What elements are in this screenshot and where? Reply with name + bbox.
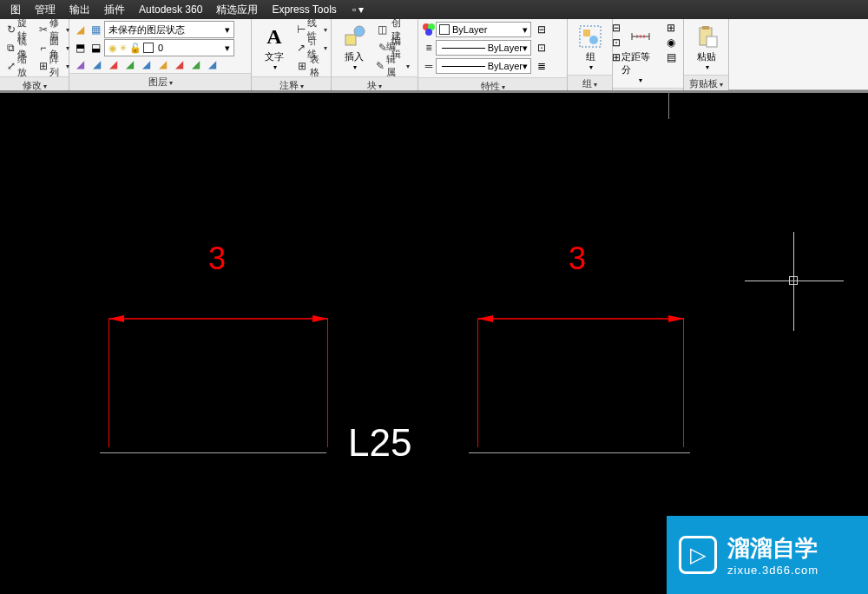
sun-icon: ☀ [119,43,128,54]
paste-button[interactable]: 粘贴 ▾ [687,21,726,73]
panel-clipboard: 粘贴 ▾ 剪贴板▾ [684,19,729,89]
layer-tool-3[interactable]: ◢ [106,57,120,71]
list-icon[interactable]: ≣ [535,57,549,75]
svg-marker-19 [312,315,328,322]
layer-icon2[interactable]: ⬓ [89,41,102,55]
scale-button[interactable]: ⤢ 缩放 [3,57,34,75]
panel-modify: ↻ 旋转 ⧉ 镜像 ⤢ 缩放 ✂ 修剪 ▾ ⌐ [0,19,69,89]
svg-point-4 [425,29,432,36]
panel-title-group[interactable]: 组▾ [568,75,612,92]
util-icon2[interactable]: ◉ [664,36,678,50]
menu-item-express[interactable]: Express Tools [265,2,343,17]
svg-marker-18 [108,315,124,322]
watermark-title: 溜溜自学 [727,533,819,564]
menu-bar: 图 管理 输出 插件 Autodesk 360 精选应用 Express Too… [0,0,868,19]
color-dropdown[interactable]: ByLayer ▾ [436,22,531,37]
layer-icon1[interactable]: ⬒ [73,41,87,55]
layer-prop-icon[interactable]: ◢ [73,23,87,36]
panel-layers: ◢ ▦ 未保存的图层状态 ▾ ⬒ ⬓ ◉ ☀ 🔓 0 [69,19,252,89]
layer-tool-8[interactable]: ◢ [188,57,202,71]
panel-annotation: A 文字 ▾ ⊢ 线性 ▾ ↗ 引线 ▾ ⊞ 表格 [252,19,332,89]
layer-tool-9[interactable]: ◢ [205,57,219,71]
dimension-line-right [477,314,684,323]
group-button[interactable]: 组 ▾ [571,21,609,73]
extension-line-right2 [683,319,684,447]
lineweight-icon[interactable]: ≡ [422,41,436,55]
measure-button[interactable]: 定距等分 ▾ [616,21,664,86]
chevron-down-icon: ▾ [523,43,528,54]
layer-tool-1[interactable]: ◢ [73,57,87,71]
chevron-down-icon: ▾ [523,24,528,36]
insert-button[interactable]: 插入 ▾ [335,21,373,73]
extension-line-left2 [327,319,328,447]
svg-rect-6 [583,30,590,36]
panel-properties: ByLayer ▾ ≡ ByLayer ▾ ═ By [418,19,568,89]
layer-tool-7[interactable]: ◢ [172,57,186,71]
layer-tool-6[interactable]: ◢ [155,57,169,71]
prop-icon2[interactable]: ⊡ [535,39,549,56]
lineweight-dropdown[interactable]: ByLayer ▾ [436,40,531,56]
linetype-dropdown[interactable]: ByLayer ▾ [436,58,531,74]
svg-marker-21 [477,315,493,322]
panel-title-layers[interactable]: 图层▾ [69,73,251,90]
chevron-down-icon: ▾ [639,76,642,84]
array-button[interactable]: ⊞ 阵列 ▾ [36,57,72,75]
linetype-icon[interactable]: ═ [422,59,436,73]
table-icon: ⊞ [296,59,308,73]
extension-line-left1 [108,319,109,447]
scale-icon: ⤢ [6,59,16,73]
layer-state-dropdown[interactable]: 未保存的图层状态 ▾ [104,21,234,38]
layer-state-icon[interactable]: ▦ [89,23,102,36]
baseline-right [469,452,690,453]
watermark-logo-icon: ▷ [679,536,717,574]
attr-icon: ✎ [376,59,385,73]
ui-divider [668,93,669,119]
panel-block: 插入 ▾ ◫ 创建 ✎ 编辑 ✎ 编辑属性 ▾ 块▾ [332,19,418,89]
table-button[interactable]: ⊞ 表格 [293,57,330,75]
extension-line-right1 [477,319,478,447]
leader-icon: ↗ [296,41,306,55]
text-button[interactable]: A 文字 ▾ [255,21,293,73]
menu-item-autodesk360[interactable]: Autodesk 360 [132,2,209,17]
chevron-down-icon: ▾ [225,43,230,54]
color-icon[interactable] [422,23,436,36]
dimension-text-right: 3 [569,241,586,277]
chevron-down-icon: ▾ [706,63,709,71]
edit-attr-button[interactable]: ✎ 编辑属性 ▾ [373,57,412,75]
paste-icon [693,23,720,50]
util-icon3[interactable]: ▤ [664,50,678,64]
menu-item-featured[interactable]: 精选应用 [209,1,265,19]
chevron-down-icon: ▾ [324,44,327,52]
ribbon: ↻ 旋转 ⧉ 镜像 ⤢ 缩放 ✂ 修剪 ▾ ⌐ [0,19,868,90]
chevron-down-icon: ▾ [353,63,357,71]
menu-close-icon[interactable]: ▫ ▾ [347,2,370,17]
insert-icon [340,23,368,50]
svg-rect-16 [707,36,717,47]
measure-icon [627,23,654,50]
menu-item-output[interactable]: 输出 [62,1,97,19]
watermark: ▷ 溜溜自学 zixue.3d66.com [667,516,868,594]
chevron-down-icon: ▾ [225,24,230,36]
svg-point-7 [589,36,598,44]
drawing-canvas[interactable]: 3 3 L25 ▷ 溜溜自学 zixue.3d66.com [0,90,868,594]
color-swatch [439,24,450,35]
panel-title-clipboard[interactable]: 剪贴板▾ [684,75,728,92]
trim-icon: ✂ [38,23,48,36]
util-icon1[interactable]: ⊞ [664,21,678,35]
rotate-icon: ↻ [6,23,16,36]
menu-item-plugins[interactable]: 插件 [97,1,132,19]
create-icon: ◫ [376,23,390,36]
array-icon: ⊞ [38,59,48,73]
layer-tool-2[interactable]: ◢ [89,57,103,71]
linear-icon: ⊢ [296,23,306,36]
layer-current-dropdown[interactable]: ◉ ☀ 🔓 0 ▾ [104,39,234,56]
group-icon [576,23,604,50]
match-prop-icon[interactable]: ⊟ [535,21,549,38]
mirror-icon: ⧉ [6,41,16,55]
layer-tool-4[interactable]: ◢ [122,57,136,71]
layer-tool-5[interactable]: ◢ [139,57,153,71]
chevron-down-icon: ▾ [324,26,327,34]
fillet-icon: ⌐ [38,41,48,55]
lock-icon: 🔓 [129,43,141,54]
svg-rect-0 [345,35,356,45]
